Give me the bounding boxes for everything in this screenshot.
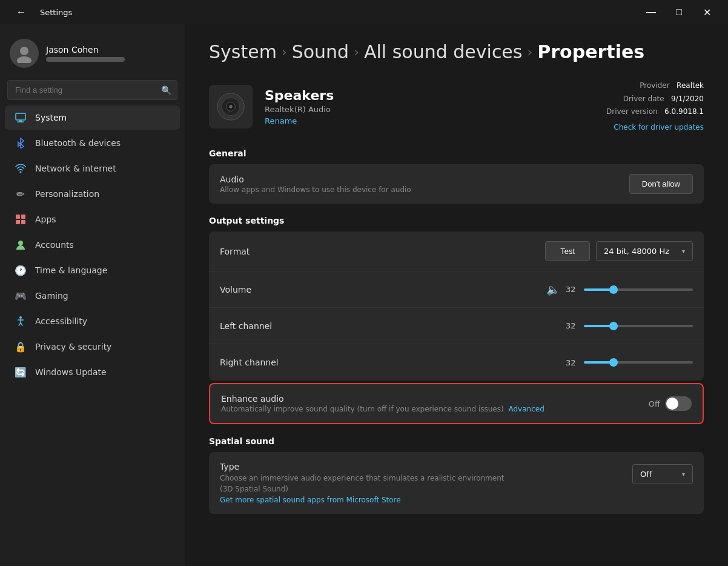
back-icon: ← — [16, 7, 26, 18]
sidebar-item-accessibility[interactable]: Accessibility — [5, 309, 180, 333]
left-channel-value: 32 — [566, 321, 578, 330]
svg-rect-2 — [16, 113, 25, 120]
audio-setting-row: Audio Allow apps and Windows to use this… — [209, 164, 704, 204]
spatial-type-dropdown[interactable]: Off ▾ — [632, 464, 693, 484]
left-channel-slider-wrap: 32 — [566, 321, 693, 330]
sidebar-item-personalization[interactable]: ✏️ Personalization — [5, 182, 180, 206]
sidebar-item-gaming[interactable]: 🎮 Gaming — [5, 284, 180, 308]
sidebar-item-accounts[interactable]: Accounts — [5, 233, 180, 257]
svg-point-19 — [229, 105, 233, 108]
speaker-subtitle: Realtek(R) Audio — [265, 105, 606, 114]
main-layout: Jason Cohen 🔍 System — [0, 24, 728, 566]
breadcrumb-sound[interactable]: Sound — [292, 41, 349, 62]
accessibility-label: Accessibility — [35, 316, 87, 326]
time-icon: 🕐 — [15, 264, 27, 276]
volume-slider-thumb[interactable] — [609, 285, 618, 294]
spatial-text: Type Choose an immersive audio experienc… — [220, 462, 632, 504]
rename-link[interactable]: Rename — [265, 116, 606, 125]
bluetooth-icon — [15, 137, 27, 149]
breadcrumb: System › Sound › All sound devices › Pro… — [209, 41, 704, 62]
sidebar-item-update[interactable]: 🔄 Windows Update — [5, 360, 180, 384]
search-icon: 🔍 — [161, 85, 171, 95]
driver-version-value: 6.0.9018.1 — [664, 107, 704, 116]
gaming-icon: 🎮 — [15, 290, 27, 302]
user-name: Jason Cohen — [46, 45, 125, 55]
accessibility-icon — [15, 315, 27, 327]
toggle-label: Off — [649, 399, 660, 408]
svg-line-15 — [21, 322, 22, 326]
sidebar-item-apps[interactable]: Apps — [5, 207, 180, 231]
format-row: Format Test 24 bit, 48000 Hz ▾ — [209, 231, 704, 271]
toggle-knob — [666, 398, 678, 410]
right-channel-slider-thumb[interactable] — [609, 358, 618, 367]
breadcrumb-current: Properties — [537, 41, 644, 62]
left-channel-label: Left channel — [220, 321, 293, 331]
test-button[interactable]: Test — [545, 241, 590, 261]
left-channel-controls: 32 — [566, 321, 693, 330]
enhance-text: Enhance audio Automatically improve soun… — [221, 394, 649, 413]
advanced-link[interactable]: Advanced — [508, 405, 544, 413]
volume-slider-wrap: 🔈 32 — [546, 283, 693, 296]
left-channel-row: Left channel 32 — [209, 308, 704, 344]
audio-sublabel: Allow apps and Windows to use this devic… — [220, 185, 411, 194]
chevron-down-icon: ▾ — [682, 248, 685, 255]
search-input[interactable] — [7, 80, 177, 100]
spatial-type-value: Off — [640, 470, 652, 479]
provider-label: Provider — [640, 81, 669, 90]
dont-allow-button[interactable]: Don't allow — [629, 174, 693, 194]
svg-point-11 — [19, 316, 22, 319]
driver-date-label: Driver date — [623, 95, 664, 103]
left-channel-slider[interactable] — [584, 325, 693, 327]
sidebar: Jason Cohen 🔍 System — [0, 24, 185, 566]
maximize-button[interactable]: □ — [665, 2, 693, 22]
format-value: 24 bit, 48000 Hz — [604, 247, 669, 256]
provider-value: Realtek — [677, 81, 704, 90]
format-dropdown[interactable]: 24 bit, 48000 Hz ▾ — [596, 241, 693, 261]
user-section: Jason Cohen — [0, 29, 185, 78]
breadcrumb-sep-2: › — [354, 44, 359, 59]
svg-rect-9 — [21, 220, 25, 224]
titlebar: ← Settings — □ ✕ — [0, 0, 728, 24]
speaker-header: Speakers Realtek(R) Audio Rename Provide… — [209, 79, 704, 134]
enhance-audio-card: Enhance audio Automatically improve soun… — [209, 383, 704, 424]
output-card: Format Test 24 bit, 48000 Hz ▾ Volume 🔈 … — [209, 231, 704, 381]
audio-label: Audio — [220, 175, 411, 184]
sidebar-item-bluetooth[interactable]: Bluetooth & devices — [5, 131, 180, 155]
format-controls: Test 24 bit, 48000 Hz ▾ — [545, 241, 693, 261]
audio-setting-text: Audio Allow apps and Windows to use this… — [220, 175, 411, 194]
svg-rect-6 — [16, 215, 20, 219]
audio-controls: Don't allow — [629, 174, 693, 194]
minimize-button[interactable]: — — [637, 2, 665, 22]
toggle-wrap: Off — [649, 396, 692, 411]
sidebar-item-time[interactable]: 🕐 Time & language — [5, 258, 180, 282]
network-label: Network & internet — [35, 164, 116, 173]
left-channel-slider-thumb[interactable] — [609, 322, 618, 330]
user-sub-bar — [46, 57, 125, 62]
right-channel-slider[interactable] — [584, 361, 693, 364]
sidebar-item-privacy[interactable]: 🔒 Privacy & security — [5, 335, 180, 359]
enhance-toggle[interactable] — [665, 396, 692, 411]
volume-slider[interactable] — [584, 288, 693, 291]
breadcrumb-system[interactable]: System — [209, 41, 277, 62]
right-channel-controls: 32 — [566, 358, 693, 367]
spatial-store-link[interactable]: Get more spatial sound apps from Microso… — [220, 496, 632, 504]
enhance-subtitle: Automatically improve sound quality (tur… — [221, 405, 649, 413]
close-button[interactable]: ✕ — [693, 2, 721, 22]
sidebar-item-network[interactable]: Network & internet — [5, 156, 180, 181]
output-section-heading: Output settings — [209, 216, 704, 225]
speaker-details: Speakers Realtek(R) Audio Rename — [265, 88, 606, 125]
sidebar-item-system[interactable]: System — [5, 105, 180, 130]
apps-icon — [15, 213, 27, 225]
breadcrumb-alldevices[interactable]: All sound devices — [364, 41, 523, 62]
right-channel-slider-wrap: 32 — [566, 358, 693, 367]
svg-point-5 — [20, 171, 22, 173]
accounts-label: Accounts — [35, 240, 74, 250]
check-driver-updates-link[interactable]: Check for driver updates — [606, 121, 704, 135]
back-button[interactable]: ← — [7, 2, 35, 22]
driver-version-label: Driver version — [606, 107, 658, 116]
privacy-label: Privacy & security — [35, 342, 111, 351]
spatial-chevron-icon: ▾ — [682, 471, 685, 478]
avatar — [10, 39, 39, 68]
driver-info: Provider Realtek Driver date 9/1/2020 Dr… — [606, 79, 704, 134]
svg-point-0 — [20, 47, 28, 55]
